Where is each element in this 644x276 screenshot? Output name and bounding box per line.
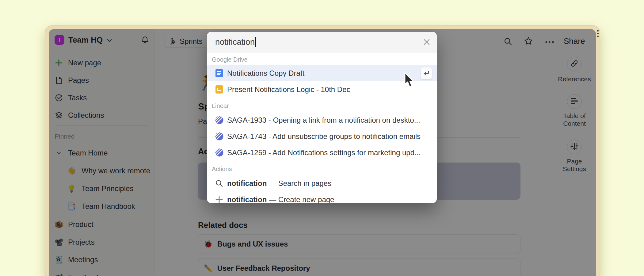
action-row-create-new-page[interactable]: notification — Create new page (207, 191, 437, 203)
search-icon (215, 179, 223, 187)
search-query-text: notification (215, 37, 255, 47)
google-docs-icon (215, 69, 223, 77)
close-icon[interactable] (423, 38, 431, 46)
section-label-google-drive: Google Drive (207, 52, 437, 65)
linear-icon (215, 148, 223, 157)
section-label-actions: Actions (207, 161, 437, 175)
section-label-linear: Linear (207, 98, 437, 112)
result-row-notifications-copy-draft[interactable]: Notifications Copy Draft (207, 65, 437, 81)
linear-icon (215, 132, 223, 140)
app-window: T Team HQ New page Pages (45, 25, 600, 276)
linear-icon (215, 116, 223, 124)
google-slides-icon (215, 85, 223, 94)
window-grip-dots (597, 30, 599, 38)
return-arrow-icon (423, 70, 430, 76)
text-caret (255, 37, 256, 47)
enter-key-badge[interactable] (421, 67, 432, 79)
search-modal: notification Google Drive Notifications … (207, 32, 437, 203)
action-row-search-in-pages[interactable]: notification — Search in pages (207, 175, 437, 191)
result-row-present-notifications-logic[interactable]: Present Notifications Logic - 10th Dec (207, 81, 437, 98)
result-row-saga-1743[interactable]: SAGA-1743 - Add unsubscribe groups to no… (207, 128, 437, 144)
result-row-saga-1933[interactable]: SAGA-1933 - Opening a link from a notifi… (207, 112, 437, 128)
search-input[interactable]: notification (207, 32, 437, 52)
plus-icon (215, 196, 223, 203)
result-row-saga-1259[interactable]: SAGA-1259 - Add Notifications settings f… (207, 144, 437, 161)
mouse-cursor (404, 72, 419, 90)
app-surface: T Team HQ New page Pages (49, 29, 596, 276)
